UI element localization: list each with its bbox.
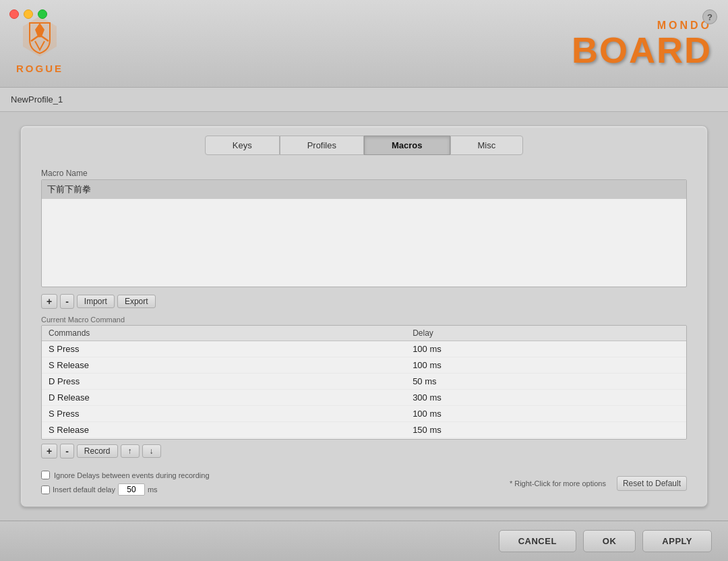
table-row[interactable]: S Release 150 ms: [42, 422, 686, 438]
delay-cell: 300 ms: [406, 390, 686, 406]
apply-button[interactable]: APPLY: [642, 530, 712, 552]
ignore-delays-checkbox[interactable]: [41, 471, 50, 479]
delay-unit: ms: [148, 485, 158, 494]
commands-section: Current Macro Command Commands Delay S P…: [41, 316, 687, 459]
delay-value-input[interactable]: [118, 483, 145, 496]
macro-list-container[interactable]: 下前下前拳: [41, 179, 687, 287]
insert-delay-label: Insert default delay: [53, 485, 115, 494]
command-action-bar: + - Record ↑ ↓: [41, 444, 687, 459]
macro-name-label: Macro Name: [41, 169, 687, 178]
main-content: Keys Profiles Macros Misc Macro Name 下前下…: [0, 112, 728, 521]
command-cell: S Press: [42, 341, 406, 357]
delay-cell: 100 ms: [406, 357, 686, 374]
checkboxes-area: Ignore Delays between events during reco…: [41, 471, 210, 496]
cancel-button[interactable]: CANCEL: [499, 530, 576, 552]
col-header-delay: Delay: [406, 326, 686, 341]
profile-bar: NewProfile_1: [0, 88, 728, 112]
reset-to-default-button[interactable]: Reset to Default: [617, 476, 687, 491]
commands-table: Commands Delay S Press 100 msS Release 1…: [42, 326, 686, 440]
brand-area: MONDO BOARD: [572, 20, 712, 68]
command-up-button[interactable]: ↑: [121, 444, 140, 458]
main-panel: Keys Profiles Macros Misc Macro Name 下前下…: [20, 125, 708, 507]
table-row[interactable]: D Press 50 ms: [42, 438, 686, 440]
macro-add-button[interactable]: +: [41, 294, 57, 309]
table-row[interactable]: D Press 50 ms: [42, 374, 686, 390]
macro-import-button[interactable]: Import: [77, 295, 115, 308]
table-row[interactable]: S Release 100 ms: [42, 357, 686, 374]
rogue-logo-icon: [16, 13, 63, 60]
tab-misc[interactable]: Misc: [450, 136, 524, 155]
command-cell: D Press: [42, 374, 406, 390]
close-button[interactable]: [9, 9, 19, 19]
command-cell: D Press: [42, 438, 406, 440]
table-row[interactable]: D Release 300 ms: [42, 390, 686, 406]
insert-delay-row: Insert default delay ms: [41, 483, 210, 496]
delay-cell: 100 ms: [406, 406, 686, 422]
commands-section-label: Current Macro Command: [41, 316, 687, 324]
panel-body: Macro Name 下前下前拳 + - Import Export Curre…: [21, 155, 707, 506]
delay-cell: 100 ms: [406, 341, 686, 357]
command-down-button[interactable]: ↓: [142, 444, 161, 458]
profile-name: NewProfile_1: [11, 94, 63, 105]
delay-cell: 50 ms: [406, 438, 686, 440]
command-cell: S Release: [42, 357, 406, 374]
delay-cell: 150 ms: [406, 422, 686, 438]
ok-button[interactable]: OK: [583, 530, 636, 552]
macro-remove-button[interactable]: -: [60, 294, 74, 309]
tab-profiles[interactable]: Profiles: [280, 136, 364, 155]
command-cell: D Release: [42, 390, 406, 406]
right-click-hint: * Right-Click for more options: [510, 479, 606, 488]
tab-macros[interactable]: Macros: [364, 136, 450, 155]
footer: CANCEL OK APPLY: [0, 521, 728, 561]
macro-action-bar: + - Import Export: [41, 294, 687, 309]
traffic-lights: [9, 9, 47, 19]
command-cell: S Release: [42, 422, 406, 438]
ignore-delays-label: Ignore Delays between events during reco…: [54, 471, 210, 479]
logo-text: ROGUE: [16, 63, 63, 74]
command-remove-button[interactable]: -: [60, 444, 74, 459]
delay-cell: 50 ms: [406, 374, 686, 390]
tab-keys[interactable]: Keys: [205, 136, 280, 155]
commands-table-wrapper[interactable]: Commands Delay S Press 100 msS Release 1…: [41, 325, 687, 440]
col-header-commands: Commands: [42, 326, 406, 341]
minimize-button[interactable]: [24, 9, 33, 19]
table-row[interactable]: S Press 100 ms: [42, 341, 686, 357]
insert-delay-checkbox[interactable]: [41, 485, 50, 494]
macro-list-item[interactable]: 下前下前拳: [42, 180, 686, 199]
logo-area: ROGUE: [16, 13, 63, 74]
macro-export-button[interactable]: Export: [117, 295, 156, 308]
header: ROGUE MONDO BOARD ?: [0, 0, 728, 88]
command-add-button[interactable]: +: [41, 444, 57, 459]
tab-bar: Keys Profiles Macros Misc: [21, 126, 707, 155]
help-button[interactable]: ?: [702, 9, 717, 24]
maximize-button[interactable]: [38, 9, 47, 19]
table-row[interactable]: S Press 100 ms: [42, 406, 686, 422]
bottom-options: Ignore Delays between events during reco…: [41, 471, 687, 496]
record-button[interactable]: Record: [77, 444, 118, 458]
ignore-delays-row: Ignore Delays between events during reco…: [41, 471, 210, 479]
commands-table-header: Commands Delay: [42, 326, 686, 341]
command-cell: S Press: [42, 406, 406, 422]
brand-board: BOARD: [572, 32, 712, 68]
macro-name-section: Macro Name 下前下前拳: [41, 169, 687, 287]
